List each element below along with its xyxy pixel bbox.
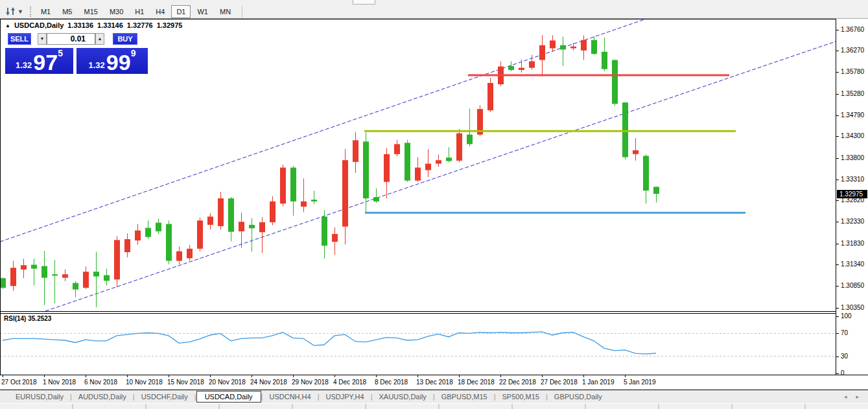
candle-body [508,66,514,70]
candle-body [104,275,110,281]
candle-body [114,240,120,279]
price-axis-tick [836,158,839,159]
timeframe-button-h1[interactable]: H1 [130,5,149,18]
price-axis-tick [836,115,839,116]
current-price-tag: 1.32975 [837,190,867,198]
date-axis-label: 20 Nov 2018 [209,379,246,386]
price-axis-label: 1.31830 [841,240,864,247]
candle-body [384,154,390,182]
candle-body [653,187,659,194]
sell-price-pip: 5 [58,49,63,57]
candle-body [93,272,99,276]
volume-decrease-button[interactable]: ▼ [38,33,47,45]
sell-button[interactable]: SELL [8,33,31,45]
price-axis-label: 1.35280 [841,90,864,97]
candle-body [539,45,545,60]
candlestick-chart-icon [5,6,16,16]
date-axis-label: 15 Nov 2018 [167,379,204,386]
candle-body [342,160,348,226]
candle-body [197,220,203,249]
tab-scroll-right-icon[interactable]: ▸ [856,393,859,400]
buy-price-pip: 9 [131,49,136,57]
rsi-indicator-canvas[interactable] [0,314,836,375]
chart-left-border [0,19,1,375]
volume-increase-button[interactable]: ▲ [95,33,104,45]
window-bottom-strip [0,403,868,409]
timeframe-button-m15[interactable]: M15 [78,5,102,18]
tab-usdcad-daily[interactable]: USDCAD,Daily [196,391,261,403]
chart-top-border [0,19,868,19]
price-axis-tick [836,222,839,222]
candle-body [52,274,58,275]
toolbar-grip[interactable] [30,6,31,17]
date-axis-tick [44,375,45,377]
date-axis-tick [86,375,86,377]
timeframe-button-w1[interactable]: W1 [192,5,213,18]
tab-usdchf-daily[interactable]: USDCHF,Daily [135,391,194,402]
ohlc-low: 1.32776 [127,21,153,29]
ohlc-high: 1.33146 [97,21,123,29]
tab-xauusd-daily[interactable]: XAUUSD,Daily [372,391,432,402]
timeframe-button-m30[interactable]: M30 [104,5,128,18]
chart-rsi-splitter[interactable] [0,311,836,312]
chart-tool-button[interactable]: ▼ [4,6,25,17]
candle-body [218,198,224,226]
candle-body [249,225,255,228]
date-axis-label: 6 Nov 2018 [84,379,117,386]
timeframe-button-m1[interactable]: M1 [36,5,56,18]
date-axis-label: 1 Jan 2019 [582,379,615,386]
candle-body [405,143,410,180]
candle-body [353,140,358,161]
date-axis-tick [376,375,377,377]
buy-price-display[interactable]: 1.32 99 9 [76,48,148,74]
candle-body [550,40,556,48]
candle-body [41,266,47,277]
date-axis-label: 1 Nov 2018 [43,379,76,386]
price-axis-label: 1.31340 [841,261,864,268]
tab-sp500-m15[interactable]: SP500,M15 [495,391,545,402]
candle-body [73,283,78,290]
candle-body [643,156,649,191]
date-axis-tick [500,375,501,377]
tab-gbpusd-m15[interactable]: GBPUSD,M15 [435,391,494,402]
tab-usdjpy-h4[interactable]: USDJPY,H4 [320,391,371,402]
date-axis-tick [169,375,169,377]
candle-body [0,278,6,288]
buy-button[interactable]: BUY [113,33,137,45]
tab-audusd-daily[interactable]: AUDUSD,Daily [72,391,133,402]
tab-eurusd-daily[interactable]: EURUSD,Daily [9,391,70,402]
candle-body [207,216,213,225]
candle-body [363,141,369,198]
lower-channel[interactable] [45,41,836,311]
tab-scroll-arrows: ◂▸ [844,393,859,400]
volume-input[interactable] [47,33,95,45]
rsi-indicator-label: RSI(14) 35.2523 [4,315,51,322]
candle-body [166,224,172,261]
timeframe-button-h4[interactable]: H4 [150,5,170,18]
candle-body [311,200,317,202]
candle-body [10,268,16,286]
spinner-down-icon: ▼ [40,36,45,41]
date-axis-tick [334,375,335,377]
date-axis-label: 8 Dec 2018 [375,379,408,386]
tab-scroll-left-icon[interactable]: ◂ [844,393,847,400]
tab-gbpusd-daily[interactable]: GBPUSD,Daily [548,391,609,402]
collapse-trade-panel-icon[interactable]: ▲ [5,23,10,29]
price-axis-label: 1.36270 [841,47,864,54]
price-axis-label: 1.35780 [841,68,864,75]
date-axis-label: 18 Dec 2018 [458,379,495,386]
date-axis-tick [583,375,584,377]
timeframe-button-mn[interactable]: MN [215,5,236,18]
date-axis-label: 29 Nov 2018 [292,379,329,386]
date-axis-tick [127,375,128,377]
price-axis-label: 1.36760 [841,26,864,33]
rsi-line [3,332,656,354]
price-axis-tick [836,51,839,51]
timeframe-button-d1[interactable]: D1 [171,5,191,18]
price-axis-tick [836,30,839,30]
rsi-axis-tick [836,356,839,357]
timeframe-button-m5[interactable]: M5 [57,5,77,18]
sell-price-display[interactable]: 1.32 97 5 [5,48,73,74]
price-axis-label: 1.30350 [841,304,864,311]
tab-usdcnh-h4[interactable]: USDCNH,H4 [263,391,317,402]
